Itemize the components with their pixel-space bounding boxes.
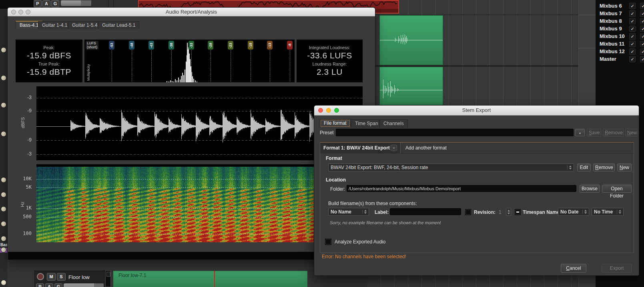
preset-save-button[interactable]: Save: [587, 129, 601, 137]
channel-row[interactable]: Mixbus 12 ✓ ✓: [596, 48, 644, 55]
checkmark-icon[interactable]: ✓: [629, 3, 636, 9]
cancel-button[interactable]: Cancel: [561, 264, 586, 273]
playhead[interactable]: [214, 271, 215, 287]
button-label: R: [595, 165, 599, 170]
channel-row[interactable]: Mixbus 6 ✓ ✓: [596, 2, 644, 10]
close-icon[interactable]: ×: [391, 145, 397, 151]
channel-row[interactable]: Mixbus 10 ✓ ✓: [596, 32, 644, 40]
mixer-knob[interactable]: [1, 47, 6, 53]
mixer-knob[interactable]: [1, 280, 6, 285]
audio-region[interactable]: [379, 67, 443, 105]
revision-spinner[interactable]: [506, 208, 511, 216]
window-titlebar[interactable]: Audio Report/Analysis: [8, 8, 375, 16]
checkmark-icon[interactable]: ✓: [640, 18, 644, 24]
mixer-knob[interactable]: [1, 75, 6, 81]
date-select[interactable]: No Date: [558, 208, 589, 216]
spinner-icon[interactable]: [362, 210, 367, 214]
tab-guitar1-54[interactable]: Guitar 1-5.4: [68, 21, 101, 29]
checkmark-icon[interactable]: ✓: [640, 10, 644, 17]
fader-handle: [106, 272, 110, 277]
channel-row[interactable]: Mixbus 7 ✓ ✓: [596, 10, 644, 17]
track-fader-column[interactable]: [105, 271, 111, 287]
audio-region[interactable]: [379, 15, 443, 65]
mixer-knob[interactable]: [1, 247, 6, 253]
browse-button[interactable]: Browse: [580, 185, 600, 193]
solo-button[interactable]: S: [57, 273, 66, 281]
checkmark-icon[interactable]: ✓: [629, 26, 636, 32]
spinner-icon[interactable]: [617, 210, 621, 214]
format-tab-active[interactable]: Format 1: BWAV 24bit Export ×: [320, 143, 401, 153]
automation-button[interactable]: A: [45, 283, 53, 287]
checkmark-icon[interactable]: ✓: [640, 26, 644, 32]
timespan-checkbox[interactable]: [515, 209, 521, 215]
preset-input[interactable]: [336, 129, 574, 136]
track-name[interactable]: Floor low: [68, 274, 90, 280]
channel-row[interactable]: Mixbus 11 ✓ ✓: [596, 40, 644, 48]
open-folder-button[interactable]: Open Folder: [602, 185, 632, 193]
format-select[interactable]: BWAV 24bit Export: BWF, 24-bit, Session …: [328, 163, 574, 171]
channel-name: Master: [600, 56, 616, 62]
dialog-titlebar[interactable]: Stem Export: [314, 106, 639, 116]
record-arm-button[interactable]: [37, 273, 44, 280]
mixer-knob[interactable]: [1, 221, 6, 227]
revision-checkbox[interactable]: [465, 209, 471, 215]
add-format-tab[interactable]: Add another format: [401, 143, 634, 153]
preset-remove-button[interactable]: Remove: [603, 129, 624, 137]
label-input[interactable]: [390, 208, 461, 215]
format-edit-button[interactable]: Edit: [577, 163, 591, 171]
mixer-knob[interactable]: [1, 102, 6, 108]
channel-row[interactable]: Mixbus 9 ✓ ✓: [596, 25, 644, 32]
preset-new-button[interactable]: New: [625, 129, 638, 137]
range-label: Loudness Range:: [297, 62, 363, 66]
checkmark-icon[interactable]: ✓: [640, 48, 644, 55]
checkmark-icon[interactable]: ✓: [629, 48, 636, 55]
spin-down-icon[interactable]: [508, 213, 510, 214]
db-tick: -3: [16, 95, 32, 100]
gain-slider[interactable]: [61, 0, 91, 6]
name-select[interactable]: No Name: [328, 208, 369, 216]
analyze-checkbox[interactable]: [325, 239, 331, 245]
mixer-knob[interactable]: [1, 177, 6, 183]
group-button[interactable]: G: [51, 0, 59, 7]
checkmark-icon[interactable]: ✓: [640, 56, 644, 62]
freq-tick: 100: [16, 231, 32, 236]
playlist-button[interactable]: P: [34, 0, 42, 7]
checkmark-icon[interactable]: ✓: [640, 3, 644, 9]
channel-row[interactable]: Mixbus 8 ✓ ✓: [596, 17, 644, 25]
channel-name: Mixbus 9: [600, 26, 622, 32]
audio-region[interactable]: Floor low-7.1: [113, 271, 307, 287]
export-button[interactable]: Export: [602, 264, 632, 273]
checkmark-icon[interactable]: ✓: [629, 41, 636, 47]
spinner-icon[interactable]: [582, 210, 587, 214]
time-select-value: No Time: [594, 209, 613, 215]
checkmark-icon[interactable]: ✓: [629, 18, 636, 24]
button-label: Browse: [582, 186, 598, 191]
tab-channels[interactable]: Channels: [379, 120, 408, 128]
checkmark-icon[interactable]: ✓: [640, 41, 644, 47]
playlist-button[interactable]: P: [36, 283, 44, 287]
gain-slider[interactable]: [64, 283, 104, 287]
checkmark-icon[interactable]: ✓: [640, 33, 644, 40]
mute-button[interactable]: M: [47, 273, 56, 281]
tab-guitarlead[interactable]: Guitar Lead-5.1: [98, 21, 139, 29]
checkmark-icon[interactable]: ✓: [629, 56, 636, 62]
mixer-knob[interactable]: [1, 206, 6, 212]
time-select[interactable]: No Time: [592, 208, 624, 216]
spinner-icon[interactable]: [567, 165, 572, 169]
mixer-knob[interactable]: [1, 192, 6, 197]
checkmark-icon[interactable]: ✓: [629, 10, 636, 17]
automation-button[interactable]: A: [42, 0, 50, 7]
format-new-button[interactable]: New: [617, 163, 632, 171]
folder-input[interactable]: [347, 185, 576, 192]
mixer-knob[interactable]: [1, 236, 6, 241]
checkmark-icon[interactable]: ✓: [629, 33, 636, 40]
tab-time-span[interactable]: Time Span: [351, 120, 382, 128]
group-button[interactable]: G: [54, 283, 62, 287]
preset-dropdown-button[interactable]: [575, 129, 585, 136]
tab-guitar1-41[interactable]: Guitar 1-4.1: [38, 21, 71, 29]
spin-up-icon[interactable]: [508, 210, 510, 211]
format-remove-button[interactable]: Remove: [593, 163, 615, 171]
tab-file-format[interactable]: File format: [320, 119, 351, 128]
mixer-knob[interactable]: [1, 131, 6, 137]
channel-row[interactable]: Master ✓ ✓: [596, 55, 644, 63]
